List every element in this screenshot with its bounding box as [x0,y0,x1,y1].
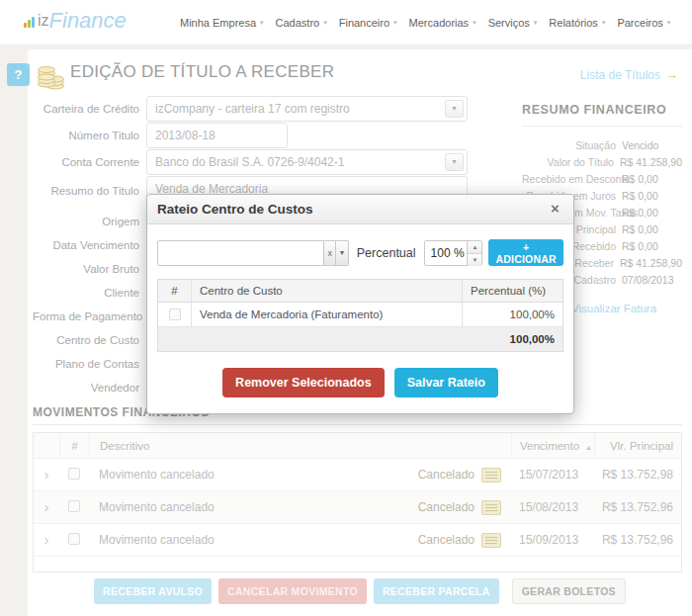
rateio-input-row: x ▼ Percentual ▲▼ + ADICIONAR [157,239,563,266]
chevron-down-icon: ▾ [260,19,264,27]
visualizar-fatura-link[interactable]: Visualizar Fatura [571,303,656,314]
expand-row-icon[interactable]: › [44,499,49,515]
valor-column-header[interactable]: Vlr. Principal [594,433,681,459]
nav-item-cadastro[interactable]: Cadastro▾ [270,17,333,29]
expand-row-icon[interactable]: › [44,532,49,548]
nav-item-servicos[interactable]: Serviços▾ [482,17,544,29]
nav-item-financeiro[interactable]: Financeiro▾ [333,17,403,29]
row-checkbox[interactable] [169,308,181,320]
spinner-down-icon[interactable]: ▼ [468,254,481,266]
summary-value: R$ 0,00 [622,238,658,255]
chevron-down-icon: ▾ [473,19,476,27]
row-checkbox[interactable] [68,533,80,545]
spinner-up-icon[interactable]: ▲ [468,241,481,254]
receber-avulso-button[interactable]: RECEBER AVULSO [94,578,212,604]
summary-value: R$ 0,00 [622,221,658,238]
chevron-down-icon[interactable]: ▾ [445,100,464,118]
chevron-down-icon[interactable]: ▼ [336,240,348,266]
rateio-centro-custos-dialog: Rateio Centro de Custos × x ▼ Percentual… [146,194,574,414]
table-footer-row [34,557,681,572]
adicionar-label: ADICIONAR [496,253,557,265]
movement-value: R$ 13.752,96 [594,500,681,514]
nav-item-label: Cadastro [276,17,320,29]
cliente-label: Cliente [33,287,146,299]
arrow-right-icon: → [665,67,678,82]
vencimento-column-header[interactable]: Vencimento▲ [511,433,594,459]
summary-value: R$ 0,00 [622,188,658,205]
table-row: › Movimento cancelado Cancelado 15/07/20… [34,459,681,491]
rateio-table-header: # Centro de Custo Percentual (%) [158,280,562,303]
rateio-table: # Centro de Custo Percentual (%) Venda d… [157,279,563,352]
descritivo-column-header[interactable]: Descritivo [89,433,511,459]
lista-de-titulos-link[interactable]: Lista de Títulos → [580,67,678,82]
row-checkbox[interactable] [68,468,80,480]
close-icon[interactable]: × [547,201,563,218]
row-checkbox[interactable] [68,500,80,512]
boleto-icon[interactable] [481,533,501,548]
chevron-down-icon: ▾ [602,19,606,27]
centro-custo-name: Venda de Mercadoria (Faturamento) [192,308,462,320]
summary-value: R$ 41.258,90 [620,255,682,272]
percent-input[interactable] [425,241,473,265]
chevron-down-icon[interactable]: ▾ [445,153,464,171]
centro-custo-column-header: Centro de Custo [192,285,462,297]
valor-bruto-label: Valor Bruto [33,263,146,275]
nav-item-label: Minha Empresa [180,17,256,29]
centro-custo-combo-input[interactable] [157,240,324,266]
chevron-down-icon: ▾ [534,19,538,27]
nav-item-label: Parceiros [617,17,662,29]
movement-value: R$ 13.752,96 [594,533,681,547]
plus-icon: + [523,241,529,253]
movement-description: Movimento cancelado [99,533,215,547]
plano-contas-label: Plano de Contas [33,358,146,370]
carteira-credito-select[interactable]: izCompany - carteira 17 com registro ▾ [146,96,468,122]
gerar-boletos-button[interactable]: GERAR BOLETOS [512,578,626,604]
percentual-label: Percentual [357,246,416,260]
dialog-actions: Remover Selecionados Salvar Rateio [157,366,563,403]
remover-selecionados-button[interactable]: Remover Selecionados [222,368,385,397]
summary-label: Valor do Título [522,154,614,171]
chevron-down-icon: ▾ [323,19,327,27]
dialog-body: x ▼ Percentual ▲▼ + ADICIONAR # Centro d… [147,224,573,413]
nav-item-mercadorias[interactable]: Mercadorias▾ [403,17,482,29]
adicionar-button[interactable]: + ADICIONAR [488,239,563,266]
movements-table-header: # Descritivo Vencimento▲ Vlr. Principal [34,433,681,459]
brand-prefix: iz [38,8,49,34]
chevron-down-icon: ▾ [667,19,671,27]
table-total-row: 100,00% [158,327,562,351]
summary-row: Valor do TítuloR$ 41.258,90 [522,154,682,171]
help-button[interactable]: ? [7,63,30,86]
nav-item-label: Relatórios [549,17,598,29]
nav-item-parceiros[interactable]: Parceiros▾ [611,17,676,29]
movement-value: R$ 13.752,98 [594,468,681,482]
centro-custo-label: Centro de Custo [33,334,146,346]
boleto-icon[interactable] [481,500,501,515]
nav-item-label: Financeiro [339,17,389,29]
main-menu: Minha Empresa▾ Cadastro▾ Financeiro▾ Mer… [174,0,676,45]
combo-clear-button[interactable]: x [324,240,336,266]
dialog-titlebar[interactable]: Rateio Centro de Custos × [147,195,573,224]
summary-value: 07/08/2013 [622,272,674,289]
conta-corrente-select[interactable]: Banco do Brasil S.A. 0726-9/4042-1 ▾ [146,149,468,175]
movement-due-date: 15/07/2013 [511,468,594,482]
percent-spinner: ▲▼ [424,240,483,266]
boleto-icon[interactable] [481,468,501,483]
data-vencimento-label: Data Vencimento [33,239,146,251]
vencimento-header-label: Vencimento [520,440,579,452]
nav-item-minha-empresa[interactable]: Minha Empresa▾ [174,17,270,29]
lista-de-titulos-label: Lista de Títulos [580,68,660,82]
expand-row-icon[interactable]: › [44,467,49,483]
cancelar-movimento-button[interactable]: CANCELAR MOVIMENTO [218,578,367,604]
carteira-credito-value: izCompany - carteira 17 com registro [155,102,350,116]
movement-due-date: 15/08/2013 [511,500,594,514]
dialog-title: Rateio Centro de Custos [157,202,313,217]
receber-parcela-button[interactable]: RECEBER PARCELA [374,578,499,604]
numero-titulo-input[interactable] [146,123,288,148]
brand-logo[interactable]: iz Finance [24,8,127,34]
origem-label: Origem [33,216,146,227]
salvar-rateio-button[interactable]: Salvar Rateio [394,368,498,397]
status-badge: Cancelado [418,500,475,514]
nav-item-relatorios[interactable]: Relatórios▾ [543,17,611,29]
table-row: › Movimento cancelado Cancelado 15/08/20… [34,491,681,524]
top-navigation-bar: iz Finance Minha Empresa▾ Cadastro▾ Fina… [0,0,692,45]
